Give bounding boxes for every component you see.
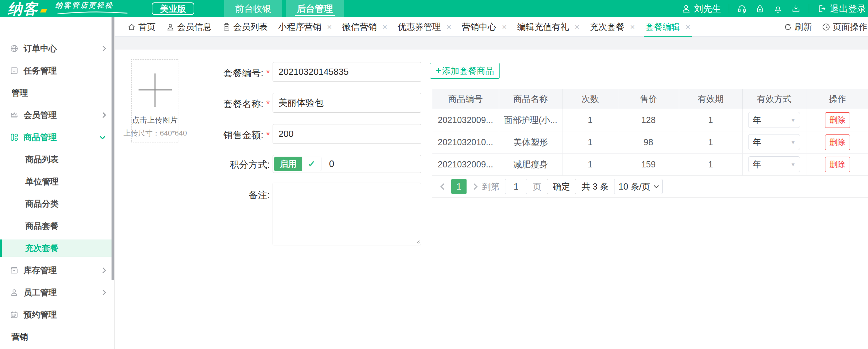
confirm-page-button[interactable]: 确定: [547, 179, 576, 194]
sidebar-item-order-center[interactable]: 订单中心: [0, 37, 114, 60]
tab-recharge-package[interactable]: 充次套餐 ×: [590, 21, 635, 33]
package-code-label: 套餐编号:*: [115, 67, 270, 79]
upload-text: 点击上传图片: [132, 115, 178, 125]
sidebar-item-staff-manage[interactable]: 员工管理: [0, 281, 114, 304]
tab-marketing-center[interactable]: 营销中心 ×: [462, 21, 507, 33]
points-mode-control: 启用 ✓ 0: [273, 155, 421, 173]
resize-grip-icon[interactable]: [415, 238, 420, 244]
cell-price: 128: [618, 109, 679, 131]
chevron-right-icon: [100, 290, 106, 296]
sidebar-item-recharge-package[interactable]: 充次套餐: [0, 237, 114, 259]
tab-package-edit[interactable]: 套餐编辑 ×: [645, 21, 690, 33]
page-size-select[interactable]: 10 条/页: [614, 179, 663, 194]
tab-coupon-manage[interactable]: 优惠券管理 ×: [398, 21, 451, 33]
sidebar-item-goods-category[interactable]: 商品分类: [0, 193, 114, 215]
goto-suffix: 页: [533, 181, 541, 192]
cell-validity: 1: [679, 131, 742, 153]
sidebar-item-unit-manage[interactable]: 单位管理: [0, 171, 114, 193]
remark-label: 备注:: [115, 189, 270, 201]
sale-amount-label: 销售金额:*: [115, 129, 270, 141]
sale-amount-input[interactable]: [273, 124, 421, 144]
validity-unit-select[interactable]: 年 ▼: [748, 156, 800, 172]
tab-wechat-marketing[interactable]: 微信营销 ×: [342, 21, 387, 33]
package-code-input[interactable]: [273, 62, 421, 82]
close-icon[interactable]: ×: [446, 22, 451, 32]
chevron-down-icon: [100, 134, 106, 140]
support-headset-icon[interactable]: [737, 3, 747, 14]
page-tab-bar: 首页 会员信息 会员列表 小程序营销 × 微信营销 × 优惠券管理 × 营销中心: [115, 17, 868, 37]
logo-accent-shape: [40, 9, 47, 12]
edition-badge[interactable]: 美业版: [152, 2, 194, 15]
logout-button[interactable]: 退出登录: [817, 3, 866, 15]
col-header-name: 商品名称: [499, 89, 563, 109]
check-icon[interactable]: ✓: [302, 157, 321, 171]
nav-backend-manage[interactable]: 后台管理: [286, 0, 344, 17]
goto-page-input[interactable]: [505, 179, 527, 194]
sidebar-item-goods-list[interactable]: 商品列表: [0, 148, 114, 171]
sidebar-item-task-manage[interactable]: 任务管理: [0, 60, 114, 82]
validity-unit-select[interactable]: 年 ▼: [748, 134, 800, 150]
caret-down-icon: [654, 183, 658, 188]
add-package-product-button[interactable]: + 添加套餐商品: [430, 63, 500, 79]
close-icon[interactable]: ×: [502, 22, 507, 32]
sidebar-item-member-manage[interactable]: 会员管理: [0, 104, 114, 126]
delete-row-button[interactable]: 删除: [825, 112, 850, 128]
table-header-row: 商品编号 商品名称 次数 售价 有效期 有效方式 操作: [432, 89, 868, 109]
delete-row-button[interactable]: 删除: [825, 134, 850, 150]
sidebar-item-booking-manage[interactable]: 预约管理: [0, 304, 114, 326]
tab-home[interactable]: 首页: [127, 21, 156, 33]
package-name-input[interactable]: [273, 93, 421, 113]
user-menu[interactable]: 刘先生: [681, 3, 721, 15]
sidebar-section-marketing: 营销: [0, 326, 114, 348]
caret-down-icon: ▼: [790, 117, 796, 123]
sidebar: 订单中心 任务管理 管理 会员管理: [0, 17, 115, 349]
chevron-right-icon: [100, 46, 106, 52]
page-actions-button[interactable]: 页面操作: [822, 21, 867, 33]
lock-icon[interactable]: [755, 3, 765, 14]
close-icon[interactable]: ×: [575, 22, 579, 32]
cell-price: 159: [618, 153, 679, 175]
tab-member-info[interactable]: 会员信息: [166, 21, 212, 33]
col-header-validity: 有效期: [679, 89, 742, 109]
sidebar-item-goods-package[interactable]: 商品套餐: [0, 215, 114, 237]
tab-miniprogram-marketing[interactable]: 小程序营销 ×: [278, 21, 332, 33]
cell-validity: 1: [679, 109, 742, 131]
app-root: 纳客 纳客管店更轻松 美业版 前台收银 后台管理 刘先生: [0, 0, 868, 349]
sidebar-menu: 订单中心 任务管理 管理 会员管理: [0, 17, 114, 349]
col-header-price: 售价: [618, 89, 679, 109]
close-icon[interactable]: ×: [382, 22, 387, 32]
prev-page-icon[interactable]: [440, 183, 446, 190]
sidebar-scrollbar-thumb[interactable]: [112, 17, 114, 280]
tab-edit-recharge-gift[interactable]: 编辑充值有礼 ×: [517, 21, 579, 33]
close-icon[interactable]: ×: [685, 22, 690, 32]
sidebar-item-goods-manage[interactable]: 商品管理: [0, 126, 114, 148]
cell-validity: 1: [679, 153, 742, 175]
clipboard-icon: [222, 23, 231, 32]
cell-times: 1: [563, 153, 618, 175]
cell-times: 1: [563, 109, 618, 131]
validity-unit-select[interactable]: 年 ▼: [748, 112, 800, 128]
close-icon[interactable]: ×: [630, 22, 635, 32]
col-header-actions: 操作: [806, 89, 868, 109]
sidebar-item-stock-manage[interactable]: 库存管理: [0, 259, 114, 281]
enable-toggle-button[interactable]: 启用: [274, 157, 302, 171]
delete-row-button[interactable]: 删除: [825, 157, 850, 172]
notification-bell-icon[interactable]: [773, 3, 783, 14]
close-icon[interactable]: ×: [327, 22, 332, 32]
cell-name: 面部护理(小...: [499, 109, 563, 131]
tab-member-list[interactable]: 会员列表: [222, 21, 268, 33]
user-icon: [681, 3, 691, 14]
refresh-button[interactable]: 刷新: [783, 21, 812, 33]
calendar-icon: [10, 310, 19, 319]
table-row: 2021032009... 减肥瘦身 1 159 1 年 ▼: [432, 153, 868, 175]
nav-front-cashier[interactable]: 前台收银: [224, 0, 282, 17]
remark-textarea[interactable]: [273, 183, 421, 245]
next-page-icon[interactable]: [471, 183, 477, 190]
download-icon[interactable]: [791, 3, 801, 14]
package-edit-card: 点击上传图片 上传尺寸：640*640 套餐编号:* 套餐名称:* 销售金额:*…: [115, 50, 868, 349]
current-page-button[interactable]: 1: [451, 179, 467, 194]
divider: [809, 4, 809, 13]
points-value: 0: [329, 159, 334, 169]
caret-down-icon: ▼: [790, 139, 796, 145]
cell-price: 98: [618, 131, 679, 153]
